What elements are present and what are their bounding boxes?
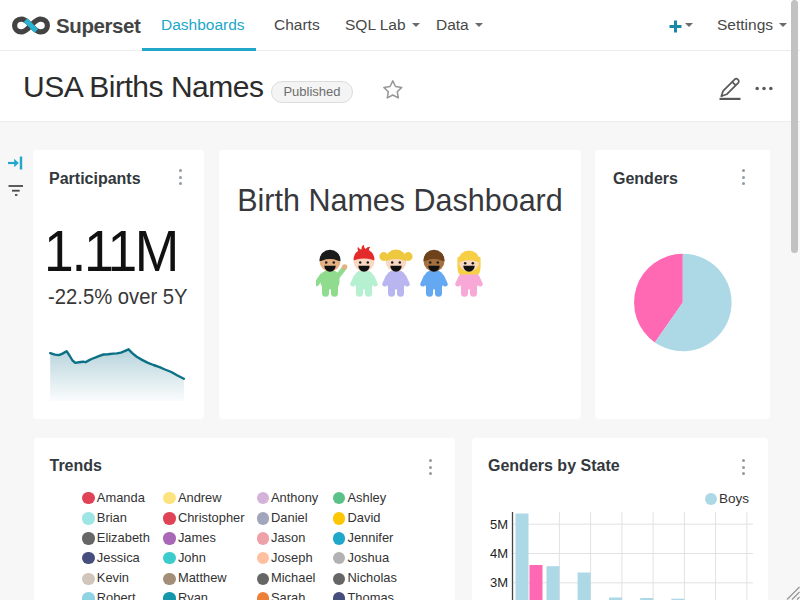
svg-text:3M: 3M xyxy=(490,575,508,590)
svg-text:5M: 5M xyxy=(490,517,508,532)
svg-text:4M: 4M xyxy=(490,546,508,561)
